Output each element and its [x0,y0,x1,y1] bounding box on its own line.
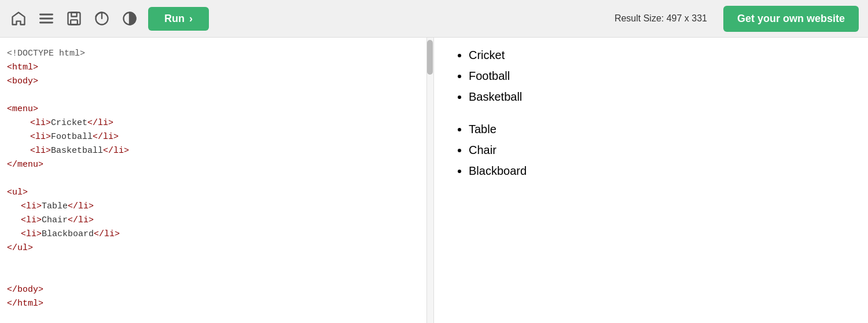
svg-rect-4 [71,13,76,17]
menu-list-section: Cricket Football Basketball [451,49,851,102]
code-line-7: <li>Basketball</li> [7,144,424,158]
code-line-11: <li>Chair</li> [7,214,424,227]
code-line-5: <li>Cricket</li> [7,116,424,130]
code-empty-2 [7,172,424,186]
list-item: Blackboard [469,165,851,177]
run-button[interactable]: Run › [148,7,209,31]
ul-list-section: Table Chair Blackboard [451,123,851,177]
code-editor[interactable]: <!DOCTYPE html> <html> <body> <menu> <li… [0,38,433,323]
editor-panel: <!DOCTYPE html> <html> <body> <menu> <li… [0,38,434,323]
code-line-6: <li>Football</li> [7,130,424,144]
code-line-12: <li>Blackboard</li> [7,227,424,241]
result-size-label: Result Size: 497 x 331 [615,13,707,24]
menu-preview-list: Cricket Football Basketball [451,49,851,102]
list-item: Basketball [469,91,851,102]
save-icon[interactable] [65,9,83,28]
code-empty-1 [7,89,424,102]
main-area: <!DOCTYPE html> <html> <body> <menu> <li… [0,38,868,323]
scrollbar-thumb[interactable] [427,40,433,75]
toolbar: Run › Result Size: 497 x 331 Get your ow… [0,0,868,38]
code-line-1: <!DOCTYPE html> [7,47,424,61]
code-line-10: <li>Table</li> [7,200,424,214]
rotate-icon[interactable] [93,9,111,28]
run-label: Run [164,13,185,25]
svg-rect-3 [68,13,80,25]
home-icon[interactable] [9,9,28,28]
list-item: Football [469,70,851,82]
code-line-9: <ul> [7,186,424,200]
code-line-13: </ul> [7,241,424,255]
list-item: Table [469,123,851,135]
code-line-3: <body> [7,75,424,89]
ul-preview-list: Table Chair Blackboard [451,123,851,177]
run-chevron: › [189,13,193,25]
list-item: Chair [469,144,851,156]
scrollbar-track[interactable] [426,38,433,323]
list-gap [451,112,851,123]
contrast-icon[interactable] [120,9,139,28]
svg-rect-5 [71,20,78,24]
preview-panel: Cricket Football Basketball Table Chair … [434,38,868,323]
list-item: Cricket [469,49,851,61]
code-line-15: </html> [7,297,424,311]
get-website-button[interactable]: Get your own website [723,6,859,32]
code-empty-3 [7,255,424,269]
code-empty-4 [7,269,424,283]
code-line-14: </body> [7,283,424,297]
code-line-4: <menu> [7,102,424,116]
code-line-2: <html> [7,61,424,75]
code-line-8: </menu> [7,158,424,172]
menu-icon[interactable] [37,9,56,28]
